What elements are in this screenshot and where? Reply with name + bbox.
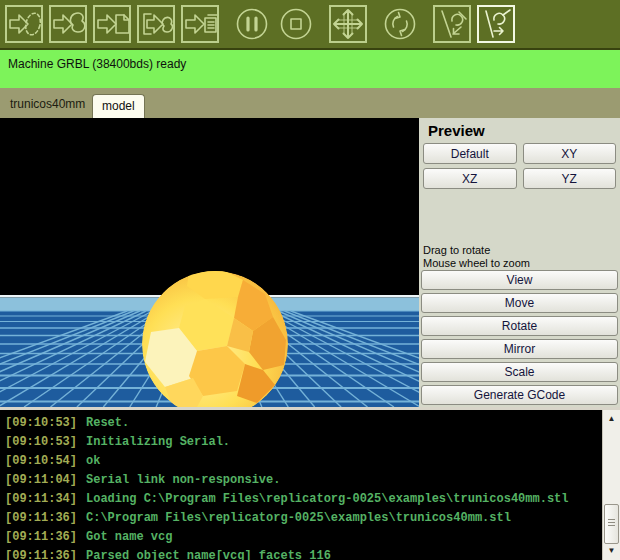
main-area: Preview Default XY XZ YZ Drag to rotate … [0,118,620,407]
scroll-down-icon[interactable]: ▼ [603,544,620,558]
build-button[interactable] [5,5,43,43]
jog-controls-button[interactable] [329,5,367,43]
preview-panel: Preview Default XY XZ YZ Drag to rotate … [419,118,620,407]
view-xz-button[interactable]: XZ [423,168,517,189]
build-queue-button[interactable] [181,5,219,43]
hint-wheel: Mouse wheel to zoom [423,257,530,270]
console-scrollbar[interactable]: ▲ ▼ [602,410,620,560]
log-line: [09:11:34]Loading C:\Program Files\repli… [5,490,600,509]
log-line: [09:10:53]Reset. [5,414,600,433]
build-region-button[interactable] [49,5,87,43]
scrollbar-thumb[interactable] [604,504,619,544]
disconnect-button[interactable] [433,5,471,43]
log-line: [09:11:04]Serial link non-responsive. [5,471,600,490]
view-xy-button[interactable]: XY [523,143,617,164]
pause-button[interactable] [233,5,271,43]
panel-title: Preview [428,122,485,139]
tab-trunicos40mm[interactable]: trunicos40mm [10,97,85,111]
log-line: [09:11:36]Parsed object name[vcg] facets… [5,547,600,560]
model-action-buttons: View Move Rotate Mirror Scale Generate G… [421,270,618,408]
pause-icon [235,6,269,42]
scale-button[interactable]: Scale [421,362,618,382]
rotate-button[interactable]: Rotate [421,316,618,336]
build-from-region-icon [139,7,173,41]
build-to-file-button[interactable] [93,5,131,43]
mirror-button[interactable]: Mirror [421,339,618,359]
jog-controls-icon [331,7,365,41]
view-preset-buttons: Default XY XZ YZ [423,143,616,189]
log-line: [09:11:36]C:\Program Files\replicatorg-0… [5,509,600,528]
machine-status-bar: Machine GRBL (38400bds) ready [0,50,620,88]
reset-machine-button[interactable] [381,5,419,43]
move-button[interactable]: Move [421,293,618,313]
build-region-icon [51,7,85,41]
toolbar [0,0,620,50]
console-log: [09:10:53]Reset. [09:10:53]Initializing … [0,407,620,560]
build-icon [7,7,41,41]
view-default-button[interactable]: Default [423,143,517,164]
scroll-up-icon[interactable]: ▲ [603,412,620,426]
log-line: [09:10:54]ok [5,452,600,471]
tab-bar: trunicos40mm model [0,88,620,118]
connect-icon [479,7,513,41]
log-line: [09:10:53]Initializing Serial. [5,433,600,452]
build-queue-icon [183,7,217,41]
disconnect-icon [435,7,469,41]
replicatorg-window: Machine GRBL (38400bds) ready trunicos40… [0,0,620,560]
3d-preview-canvas[interactable] [0,118,419,407]
log-line: [09:11:36]Got name vcg [5,528,600,547]
reset-machine-icon [383,6,417,42]
connect-button[interactable] [477,5,515,43]
view-yz-button[interactable]: YZ [523,168,617,189]
stop-button[interactable] [277,5,315,43]
model-sphere [139,270,291,407]
tab-model[interactable]: model [92,94,145,118]
build-to-file-icon [95,7,129,41]
log-lines: [09:10:53]Reset. [09:10:53]Initializing … [5,414,600,560]
view-button[interactable]: View [421,270,618,290]
generate-gcode-button[interactable]: Generate GCode [421,385,618,405]
stop-icon [279,6,313,42]
interaction-hints: Drag to rotate Mouse wheel to zoom [423,244,530,270]
build-from-region-button[interactable] [137,5,175,43]
hint-drag: Drag to rotate [423,244,530,257]
